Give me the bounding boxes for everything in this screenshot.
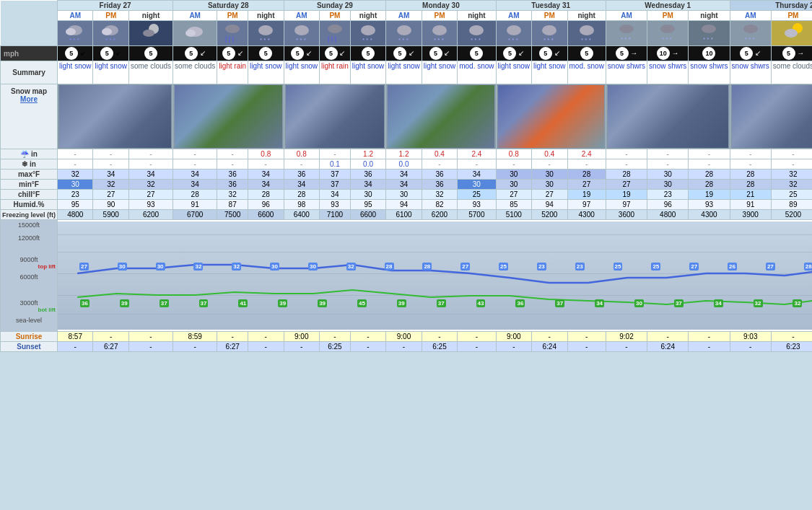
map-sun29 [284, 84, 386, 149]
temp-cell: 27 [93, 190, 128, 200]
weather-icon-cell: * * * [350, 21, 385, 46]
sunrise-cell: - [567, 332, 606, 342]
rain-icon: | | | [221, 22, 244, 43]
wind-badge: 5 [362, 47, 375, 60]
precip-cell: 0.8 [284, 149, 319, 159]
wind-cell: 10 [689, 46, 730, 61]
wind-cell: 5 ↙ [58, 46, 93, 61]
weather-icon-cell: * * * [567, 21, 606, 46]
sunset-cell: - [284, 342, 319, 352]
svg-text:* * *: * * * [745, 36, 755, 43]
sunset-cell: - [496, 342, 531, 352]
temp-cell: 34 [386, 170, 422, 180]
top-temp: 23 [537, 263, 546, 271]
wind-badge: 5 [470, 47, 483, 60]
precip-cell: - [422, 159, 457, 170]
wind-cell: 5 ↙ [496, 46, 531, 61]
temp-cell: 28 [248, 190, 284, 200]
sunset-cell: - [689, 342, 730, 352]
precip-cell: 0.0 [386, 159, 422, 170]
temp-cell: 28 [606, 170, 647, 180]
freeze-cell: 5200 [532, 210, 567, 220]
more-link[interactable]: More [20, 95, 38, 103]
wind-badge: 5 [325, 47, 338, 60]
sunrise-cell: - [771, 332, 812, 342]
map-mon30 [386, 84, 496, 149]
humid-cell: 85 [496, 200, 531, 210]
sunrise-cell: - [93, 332, 128, 342]
top-temp: 25 [499, 263, 508, 271]
svg-text:* * *: * * * [703, 36, 713, 43]
top-temp: 30 [156, 263, 165, 271]
temp-cell: 37 [319, 180, 350, 190]
precip-rain-row: ☔ in - - - - - 0.8 0.8 - 1.2 1.2 0.4 2.4… [1, 149, 813, 159]
bot-temp: 37 [160, 299, 169, 307]
humid-cell: 95 [350, 200, 385, 210]
bot-temp: 37 [674, 299, 684, 307]
wind-badge: 5 [782, 47, 795, 60]
wind-badge: 5 [291, 47, 304, 60]
temp-cell: 30 [496, 180, 531, 190]
bot-temp-badges: 36 39 37 37 41 39 39 45 39 37 43 36 37 3… [58, 299, 812, 307]
svg-text:* * *: * * * [362, 37, 372, 43]
svg-text:* * *: * * * [260, 37, 270, 43]
temp-cell: 28 [730, 180, 771, 190]
svg-text:* * *: * * * [581, 37, 591, 43]
bot-temp: 43 [476, 299, 486, 307]
weather-icon-cell: | | | [217, 21, 248, 46]
top-temp: 25 [614, 263, 623, 271]
precip-cell: - [248, 159, 284, 170]
day-tue31: Tuesday 31 [496, 1, 606, 11]
ft-3000: 3000ft bot lift [2, 299, 56, 317]
snow-icon: * * * [393, 22, 416, 43]
sunrise-cell: - [422, 332, 457, 342]
night-label: night [567, 11, 606, 21]
top-temp: 27 [766, 263, 775, 271]
wind-badge: 5 [222, 47, 235, 60]
top-temp: 26 [728, 263, 737, 271]
map-tue31 [496, 84, 606, 149]
temp-cell: 34 [458, 170, 496, 180]
wind-cell: 5 ↙ [422, 46, 457, 61]
wind-cell: 5 [567, 46, 606, 61]
sunrise-cell: 8:57 [58, 332, 93, 342]
humidity-label: Humid.% [1, 200, 58, 210]
humid-cell: 97 [606, 200, 647, 210]
wind-badge: 5 [65, 47, 78, 60]
bot-temp: 39 [397, 299, 406, 307]
temp-cell: 30 [532, 170, 567, 180]
sunset-cell: - [128, 342, 173, 352]
top-temp: 27 [79, 263, 89, 271]
map-thu2 [730, 84, 812, 149]
wind-badge: 5 [100, 47, 113, 60]
temp-cell: 36 [422, 170, 457, 180]
top-temp: 28 [804, 263, 812, 271]
precip-cell: - [532, 159, 567, 170]
temp-cell: 34 [173, 180, 217, 190]
humid-cell: 82 [422, 200, 457, 210]
weather-icon-cell: * * * [93, 21, 128, 46]
precip-cell: 2.4 [567, 149, 606, 159]
day-thu2: Thursday 2 [730, 1, 812, 11]
freeze-cell: 6100 [386, 210, 422, 220]
snow-icon: * * * [64, 22, 87, 43]
freeze-cell: 4800 [647, 210, 689, 220]
precip-rain-label: ☔ in [1, 149, 58, 159]
precip-cell: - [458, 159, 496, 170]
sunrise-cell: - [217, 332, 248, 342]
sunrise-cell: - [458, 332, 496, 342]
max-temp-row: max°F 32 34 34 34 36 34 36 37 36 34 36 3… [1, 170, 813, 180]
svg-point-7 [143, 30, 154, 37]
wind-cell: 5 ↙ [93, 46, 128, 61]
svg-point-12 [258, 25, 273, 35]
humid-cell: 98 [284, 200, 319, 210]
night-label: night [689, 11, 730, 21]
top-lift-label: top lift [38, 263, 56, 270]
bot-temp: 32 [754, 299, 763, 307]
svg-point-41 [785, 29, 798, 38]
weather-icon-cell: * * * [647, 21, 689, 46]
chill-temp-label: chill°F [1, 190, 58, 200]
bot-temp: 41 [238, 299, 248, 307]
ampm-label: AM [284, 11, 319, 21]
map-sat28 [173, 84, 284, 149]
